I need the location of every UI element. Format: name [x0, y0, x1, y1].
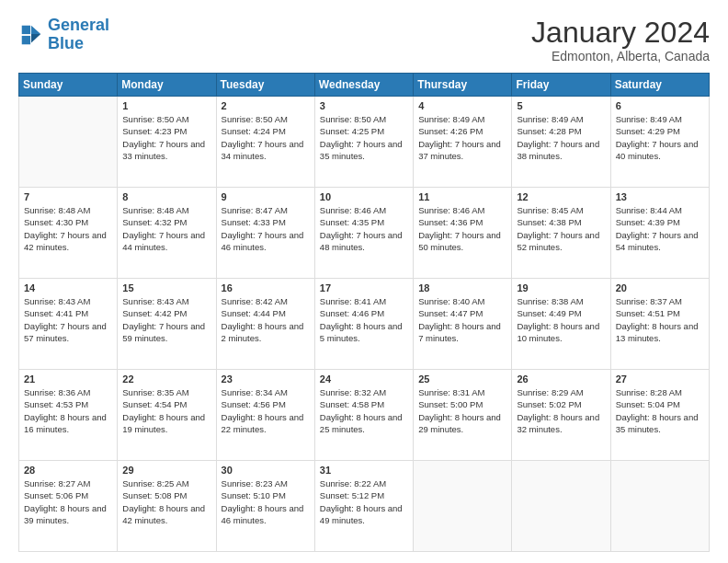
weekday-header-wednesday: Wednesday: [314, 74, 413, 97]
day-info: Sunrise: 8:48 AMSunset: 4:30 PMDaylight:…: [24, 204, 112, 253]
day-number: 23: [222, 373, 310, 385]
page: General Blue January 2024 Edmonton, Albe…: [0, 0, 728, 563]
day-info: Sunrise: 8:49 AMSunset: 4:28 PMDaylight:…: [517, 113, 605, 162]
weekday-header-monday: Monday: [118, 74, 216, 97]
svg-marker-0: [31, 26, 40, 34]
day-info: Sunrise: 8:37 AMSunset: 4:51 PMDaylight:…: [616, 295, 704, 344]
calendar-cell: 23Sunrise: 8:34 AMSunset: 4:56 PMDayligh…: [216, 370, 314, 461]
day-number: 6: [616, 100, 704, 111]
day-number: 11: [418, 191, 506, 202]
day-info: Sunrise: 8:38 AMSunset: 4:49 PMDaylight:…: [517, 295, 605, 344]
weekday-header-saturday: Saturday: [610, 74, 709, 97]
day-info: Sunrise: 8:27 AMSunset: 5:06 PMDaylight:…: [24, 477, 112, 526]
calendar-cell: 29Sunrise: 8:25 AMSunset: 5:08 PMDayligh…: [118, 461, 216, 552]
calendar-cell: 25Sunrise: 8:31 AMSunset: 5:00 PMDayligh…: [414, 370, 512, 461]
calendar-cell: 30Sunrise: 8:23 AMSunset: 5:10 PMDayligh…: [216, 461, 314, 552]
day-info: Sunrise: 8:31 AMSunset: 5:00 PMDaylight:…: [418, 386, 506, 435]
title-block: January 2024 Edmonton, Alberta, Canada: [531, 17, 710, 63]
day-info: Sunrise: 8:32 AMSunset: 4:58 PMDaylight:…: [320, 386, 408, 435]
day-info: Sunrise: 8:48 AMSunset: 4:32 PMDaylight:…: [122, 204, 210, 253]
day-info: Sunrise: 8:50 AMSunset: 4:23 PMDaylight:…: [122, 113, 210, 162]
calendar-cell: 4Sunrise: 8:49 AMSunset: 4:26 PMDaylight…: [414, 97, 512, 188]
calendar-week-row: 28Sunrise: 8:27 AMSunset: 5:06 PMDayligh…: [19, 461, 710, 552]
weekday-header-friday: Friday: [512, 74, 610, 97]
calendar-cell: 13Sunrise: 8:44 AMSunset: 4:39 PMDayligh…: [610, 188, 709, 279]
calendar-cell: 24Sunrise: 8:32 AMSunset: 4:58 PMDayligh…: [314, 370, 413, 461]
day-number: 13: [616, 191, 704, 202]
day-number: 25: [418, 373, 506, 385]
calendar-cell: 21Sunrise: 8:36 AMSunset: 4:53 PMDayligh…: [19, 370, 118, 461]
calendar-cell: 2Sunrise: 8:50 AMSunset: 4:24 PMDaylight…: [216, 97, 314, 188]
day-info: Sunrise: 8:36 AMSunset: 4:53 PMDaylight:…: [24, 386, 112, 435]
day-number: 15: [122, 282, 210, 293]
logo-icon: [18, 22, 44, 48]
day-info: Sunrise: 8:25 AMSunset: 5:08 PMDaylight:…: [122, 477, 210, 526]
day-info: Sunrise: 8:43 AMSunset: 4:42 PMDaylight:…: [122, 295, 210, 344]
month-title: January 2024: [531, 17, 710, 49]
day-info: Sunrise: 8:49 AMSunset: 4:26 PMDaylight:…: [418, 113, 506, 162]
calendar-week-row: 1Sunrise: 8:50 AMSunset: 4:23 PMDaylight…: [19, 97, 710, 188]
calendar-cell: 28Sunrise: 8:27 AMSunset: 5:06 PMDayligh…: [19, 461, 118, 552]
calendar-cell: 26Sunrise: 8:29 AMSunset: 5:02 PMDayligh…: [512, 370, 610, 461]
calendar-cell: [512, 461, 610, 552]
day-number: 16: [222, 282, 310, 293]
calendar-cell: 8Sunrise: 8:48 AMSunset: 4:32 PMDaylight…: [118, 188, 216, 279]
day-info: Sunrise: 8:29 AMSunset: 5:02 PMDaylight:…: [517, 386, 605, 435]
location: Edmonton, Alberta, Canada: [531, 49, 710, 63]
day-number: 9: [222, 191, 310, 202]
day-number: 8: [122, 191, 210, 202]
day-info: Sunrise: 8:46 AMSunset: 4:35 PMDaylight:…: [320, 204, 408, 253]
calendar-table: SundayMondayTuesdayWednesdayThursdayFrid…: [18, 73, 710, 552]
day-number: 21: [24, 373, 112, 385]
day-info: Sunrise: 8:40 AMSunset: 4:47 PMDaylight:…: [418, 295, 506, 344]
day-number: 20: [616, 282, 704, 293]
day-info: Sunrise: 8:35 AMSunset: 4:54 PMDaylight:…: [122, 386, 210, 435]
weekday-header-row: SundayMondayTuesdayWednesdayThursdayFrid…: [19, 74, 710, 97]
day-number: 28: [24, 465, 112, 476]
calendar-cell: 27Sunrise: 8:28 AMSunset: 5:04 PMDayligh…: [610, 370, 709, 461]
day-number: 7: [24, 191, 112, 202]
calendar-cell: 20Sunrise: 8:37 AMSunset: 4:51 PMDayligh…: [610, 279, 709, 370]
logo: General Blue: [18, 17, 109, 53]
svg-marker-1: [31, 34, 40, 42]
logo-blue: Blue: [48, 35, 109, 53]
weekday-header-tuesday: Tuesday: [216, 74, 314, 97]
calendar-week-row: 14Sunrise: 8:43 AMSunset: 4:41 PMDayligh…: [19, 279, 710, 370]
day-info: Sunrise: 8:23 AMSunset: 5:10 PMDaylight:…: [222, 477, 310, 526]
calendar-week-row: 7Sunrise: 8:48 AMSunset: 4:30 PMDaylight…: [19, 188, 710, 279]
day-number: 26: [517, 373, 605, 385]
header: General Blue January 2024 Edmonton, Albe…: [18, 17, 710, 63]
day-number: 1: [122, 100, 210, 111]
calendar-cell: 18Sunrise: 8:40 AMSunset: 4:47 PMDayligh…: [414, 279, 512, 370]
calendar-cell: 10Sunrise: 8:46 AMSunset: 4:35 PMDayligh…: [314, 188, 413, 279]
calendar-cell: 6Sunrise: 8:49 AMSunset: 4:29 PMDaylight…: [610, 97, 709, 188]
day-number: 27: [616, 373, 704, 385]
day-number: 29: [122, 465, 210, 476]
weekday-header-sunday: Sunday: [19, 74, 118, 97]
day-info: Sunrise: 8:34 AMSunset: 4:56 PMDaylight:…: [222, 386, 310, 435]
calendar-cell: 11Sunrise: 8:46 AMSunset: 4:36 PMDayligh…: [414, 188, 512, 279]
logo-general: General: [48, 16, 109, 34]
day-info: Sunrise: 8:44 AMSunset: 4:39 PMDaylight:…: [616, 204, 704, 253]
calendar-cell: 5Sunrise: 8:49 AMSunset: 4:28 PMDaylight…: [512, 97, 610, 188]
day-number: 5: [517, 100, 605, 111]
day-info: Sunrise: 8:50 AMSunset: 4:24 PMDaylight:…: [222, 113, 310, 162]
day-number: 4: [418, 100, 506, 111]
day-number: 19: [517, 282, 605, 293]
calendar-week-row: 21Sunrise: 8:36 AMSunset: 4:53 PMDayligh…: [19, 370, 710, 461]
day-info: Sunrise: 8:46 AMSunset: 4:36 PMDaylight:…: [418, 204, 506, 253]
day-number: 3: [320, 100, 408, 111]
day-info: Sunrise: 8:43 AMSunset: 4:41 PMDaylight:…: [24, 295, 112, 344]
day-info: Sunrise: 8:50 AMSunset: 4:25 PMDaylight:…: [320, 113, 408, 162]
calendar-cell: 9Sunrise: 8:47 AMSunset: 4:33 PMDaylight…: [216, 188, 314, 279]
day-info: Sunrise: 8:42 AMSunset: 4:44 PMDaylight:…: [222, 295, 310, 344]
weekday-header-thursday: Thursday: [414, 74, 512, 97]
day-number: 30: [222, 465, 310, 476]
day-info: Sunrise: 8:41 AMSunset: 4:46 PMDaylight:…: [320, 295, 408, 344]
day-number: 10: [320, 191, 408, 202]
calendar-cell: 16Sunrise: 8:42 AMSunset: 4:44 PMDayligh…: [216, 279, 314, 370]
day-info: Sunrise: 8:22 AMSunset: 5:12 PMDaylight:…: [320, 477, 408, 526]
calendar-cell: 7Sunrise: 8:48 AMSunset: 4:30 PMDaylight…: [19, 188, 118, 279]
day-info: Sunrise: 8:49 AMSunset: 4:29 PMDaylight:…: [616, 113, 704, 162]
day-number: 31: [320, 465, 408, 476]
